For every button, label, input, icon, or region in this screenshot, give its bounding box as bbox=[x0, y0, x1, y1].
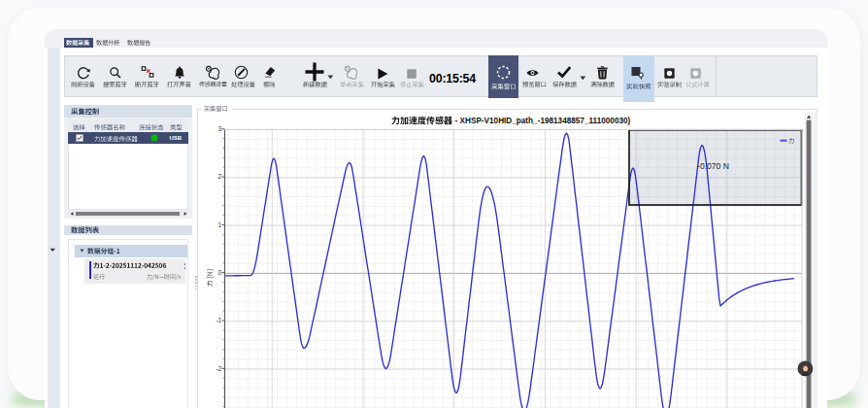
svg-text:0: 0 bbox=[218, 269, 222, 276]
svg-text:-2: -2 bbox=[216, 365, 221, 372]
svg-text:1: 1 bbox=[218, 221, 222, 228]
svg-text:-1: -1 bbox=[216, 317, 221, 323]
svg-text:3: 3 bbox=[218, 125, 222, 132]
svg-text:-0.070 N: -0.070 N bbox=[697, 161, 729, 171]
svg-text:2: 2 bbox=[218, 173, 222, 180]
